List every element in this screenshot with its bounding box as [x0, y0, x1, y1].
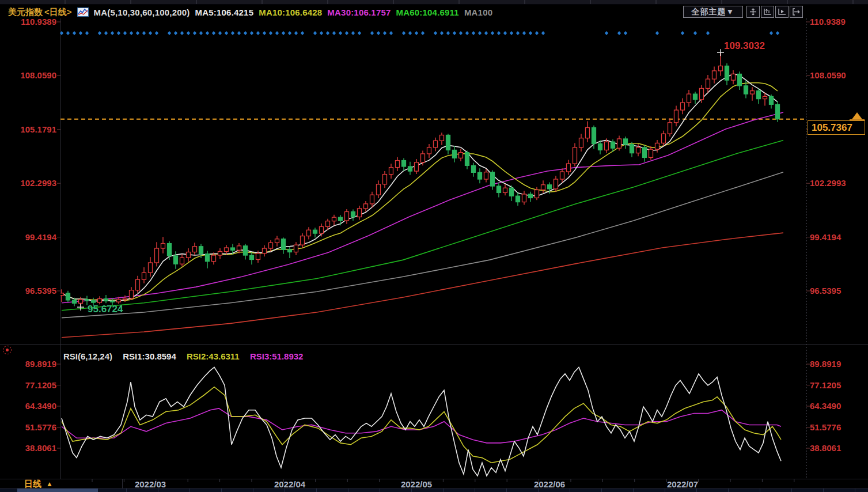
rsi-axis-label-left: 38.8061	[1, 443, 56, 453]
rsi-axis-label-left: 89.8919	[1, 359, 56, 369]
indicator-legend: 美元指数 <日线> MA(5,10,30,60,100,200) MA5:106…	[0, 7, 492, 18]
ma60-value: MA60:104.6911	[396, 7, 459, 17]
rsi-axis-label-right: 64.3490	[810, 401, 841, 411]
current-price-tag: 105.7367	[808, 120, 865, 135]
rsi-axis-label-left: 77.1205	[1, 380, 56, 391]
axis-play-button[interactable]	[775, 6, 789, 18]
price-axis-label-right: 108.0590	[810, 70, 846, 81]
date-axis-label: 2022/03	[124, 479, 176, 489]
cropped-toolbar-strip	[0, 0, 868, 5]
price-axis-label-right: 96.5395	[810, 286, 841, 296]
chart-header: 美元指数 <日线> MA(5,10,30,60,100,200) MA5:106…	[0, 5, 868, 20]
price-axis-label-left: 105.1791	[1, 124, 56, 135]
date-axis-label: 2022/07	[657, 479, 708, 489]
exit-right-icon	[791, 7, 801, 16]
rsi-axis-label-left: 51.5776	[1, 422, 56, 433]
rsi2-value: RSI2:43.6311	[187, 351, 240, 361]
ma5-value: MA5:106.4215	[195, 7, 254, 17]
date-axis-label: 2022/04	[264, 479, 316, 489]
cropped-scrollbar-strip[interactable]	[0, 489, 868, 492]
exit-right-button[interactable]	[790, 6, 803, 18]
rsi-legend: RSI(6,12,24) RSI1:30.8594 RSI2:43.6311 R…	[63, 351, 311, 361]
date-axis: 2022/032022/042022/052022/062022/07	[0, 479, 868, 489]
price-axis-label-left: 108.0590	[1, 70, 56, 81]
ma100-label: MA100	[464, 7, 492, 17]
period-tag: <日线>	[44, 7, 72, 18]
move-cross-icon	[748, 7, 758, 16]
date-axis-label: 2022/05	[391, 479, 442, 489]
price-axis-label-right: 99.4194	[810, 232, 841, 243]
rsi-axis-label-right: 51.5776	[810, 422, 841, 433]
all-themes-button[interactable]: 全部主题▼	[683, 6, 743, 18]
axis-left-button[interactable]	[761, 6, 774, 18]
rsi3-value: RSI3:51.8932	[250, 351, 304, 361]
chart-icon	[77, 7, 89, 17]
rsi-axis-label-right: 77.1205	[810, 380, 841, 391]
price-axis-label-left: 102.2993	[1, 178, 56, 188]
price-axis-label-left: 99.4194	[1, 232, 56, 243]
symbol-name: 美元指数	[8, 7, 43, 18]
price-axis-label-right: 102.2993	[810, 178, 846, 188]
ma-settings-label: MA(5,10,30,60,100,200)	[94, 7, 190, 17]
rsi-settings-label: RSI(6,12,24)	[63, 351, 112, 361]
move-cross-button[interactable]	[746, 6, 760, 18]
period-low-label: 95.6724	[88, 304, 123, 315]
indicator-target-icon[interactable]	[3, 346, 12, 354]
rsi-axis-label-right: 89.8919	[810, 359, 841, 369]
scrollbar-thumb[interactable]	[17, 489, 98, 492]
price-axis-label-left: 96.5395	[1, 286, 56, 296]
ma10-value: MA10:106.6428	[259, 7, 322, 17]
period-high-label: 109.3032	[724, 40, 765, 52]
rsi-axis-label-right: 38.8061	[810, 443, 841, 453]
ma30-value: MA30:106.1757	[327, 7, 391, 17]
rsi-axis-label-left: 64.3490	[1, 401, 56, 411]
rsi1-value: RSI1:30.8594	[123, 351, 176, 361]
date-axis-label: 2022/06	[524, 479, 575, 489]
axis-play-icon	[777, 7, 787, 16]
price-rsi-chart-canvas[interactable]	[0, 0, 868, 492]
axis-left-icon	[763, 7, 772, 16]
